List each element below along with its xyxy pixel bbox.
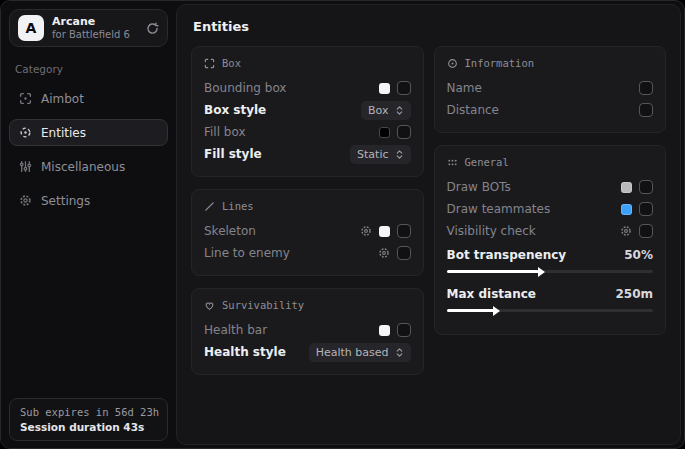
app-subtitle: for Battlefield 6 — [52, 29, 130, 42]
crosshair-icon — [19, 92, 32, 105]
checkbox[interactable] — [639, 202, 653, 216]
panel-lines-header: Lines — [204, 200, 411, 212]
box-style-dropdown[interactable]: Box — [361, 101, 410, 120]
panel-general: General Draw BOTs Draw teammates — [434, 145, 667, 335]
panel-general-header: General — [447, 156, 654, 168]
chevron-updown-icon — [395, 347, 404, 358]
setting-label: Fill style — [204, 147, 350, 161]
app-text: Arcane for Battlefield 6 — [52, 15, 130, 41]
app-logo: A — [18, 15, 44, 41]
checkbox[interactable] — [639, 81, 653, 95]
right-column: Information Name Distance — [434, 46, 667, 347]
slider-value: 50% — [624, 248, 653, 262]
entities-icon — [19, 126, 32, 139]
slider-value: 250m — [615, 287, 653, 301]
panel-survivability-header: Survivability — [204, 299, 411, 311]
fill-style-dropdown[interactable]: Static — [350, 145, 410, 164]
setting-label: Fill box — [204, 125, 379, 139]
color-swatch[interactable] — [379, 325, 390, 336]
health-style-dropdown[interactable]: Health based — [309, 343, 411, 362]
sliders-icon — [19, 160, 32, 173]
chevron-updown-icon — [395, 149, 404, 160]
checkbox[interactable] — [639, 180, 653, 194]
slider-bot-transparency: Bot transpenency 50% — [447, 245, 654, 273]
setting-label: Draw teammates — [447, 202, 622, 216]
session-duration-text: Session duration 43s — [20, 421, 157, 433]
setting-label: Bounding box — [204, 81, 379, 95]
category-label: Category — [15, 63, 162, 75]
sidebar-item-label: Entities — [41, 126, 86, 140]
refresh-icon[interactable] — [146, 22, 159, 35]
sidebar-item-label: Miscellaneous — [41, 160, 125, 174]
sidebar-item-label: Settings — [41, 194, 90, 208]
app-window: A Arcane for Battlefield 6 Category Aimb — [0, 0, 685, 449]
info-icon — [447, 58, 458, 69]
checkbox[interactable] — [397, 246, 411, 260]
panel-header-label: Box — [222, 57, 241, 69]
color-swatch[interactable] — [379, 226, 390, 237]
checkbox[interactable] — [397, 125, 411, 139]
setting-row-box-style: Box style Box — [204, 99, 411, 121]
subscription-card: Sub expires in 56d 23h Session duration … — [9, 398, 168, 441]
panel-box-header: Box — [204, 57, 411, 69]
page-title: Entities — [193, 19, 664, 34]
color-swatch[interactable] — [621, 204, 632, 215]
setting-row-visibility-check: Visibility check — [447, 220, 654, 242]
slider[interactable] — [447, 309, 654, 312]
main-content: Entities Box B — [176, 4, 681, 445]
setting-row-line-to-enemy: Line to enemy — [204, 242, 411, 264]
dropdown-value: Static — [357, 148, 388, 161]
setting-row-name: Name — [447, 77, 654, 99]
setting-label: Draw BOTs — [447, 180, 622, 194]
gear-icon[interactable] — [360, 225, 372, 237]
slider-fill[interactable] — [447, 270, 540, 273]
setting-row-bounding-box: Bounding box — [204, 77, 411, 99]
checkbox[interactable] — [397, 81, 411, 95]
panel-information: Information Name Distance — [434, 46, 667, 133]
panel-header-label: General — [465, 156, 509, 168]
sidebar-item-label: Aimbot — [41, 92, 84, 106]
setting-label: Health bar — [204, 323, 379, 337]
slider-fill[interactable] — [447, 309, 494, 312]
line-icon — [204, 201, 215, 212]
setting-row-skeleton: Skeleton — [204, 220, 411, 242]
slider[interactable] — [447, 270, 654, 273]
heart-icon — [204, 300, 215, 311]
setting-label: Line to enemy — [204, 246, 378, 260]
setting-row-distance: Distance — [447, 99, 654, 121]
setting-row-fill-box: Fill box — [204, 121, 411, 143]
panel-box: Box Bounding box Box style Box — [191, 46, 424, 177]
panel-header-label: Survivability — [222, 299, 304, 311]
setting-label: Name — [447, 81, 640, 95]
panel-information-header: Information — [447, 57, 654, 69]
app-card: A Arcane for Battlefield 6 — [9, 9, 168, 47]
grid-dots-icon — [447, 157, 458, 168]
sidebar: A Arcane for Battlefield 6 Category Aimb — [1, 1, 176, 448]
setting-label: Visibility check — [447, 224, 621, 238]
dropdown-value: Box — [368, 104, 388, 117]
slider-label: Max distance — [447, 287, 616, 301]
setting-label: Skeleton — [204, 224, 360, 238]
gear-icon — [19, 194, 32, 207]
color-swatch[interactable] — [379, 83, 390, 94]
sidebar-item-aimbot[interactable]: Aimbot — [9, 85, 168, 112]
panel-survivability: Survivability Health bar Health style — [191, 288, 424, 375]
color-swatch[interactable] — [621, 182, 632, 193]
checkbox[interactable] — [397, 323, 411, 337]
setting-row-draw-bots: Draw BOTs — [447, 176, 654, 198]
sub-expiry-text: Sub expires in 56d 23h — [20, 406, 157, 418]
setting-row-health-bar: Health bar — [204, 319, 411, 341]
sidebar-item-entities[interactable]: Entities — [9, 119, 168, 146]
chevron-updown-icon — [395, 105, 404, 116]
color-swatch[interactable] — [379, 127, 390, 138]
checkbox[interactable] — [639, 224, 653, 238]
sidebar-item-settings[interactable]: Settings — [9, 187, 168, 214]
dropdown-value: Health based — [316, 346, 389, 359]
panel-lines: Lines Skeleton — [191, 189, 424, 276]
gear-icon[interactable] — [378, 247, 390, 259]
sidebar-item-miscellaneous[interactable]: Miscellaneous — [9, 153, 168, 180]
gear-icon[interactable] — [620, 225, 632, 237]
checkbox[interactable] — [397, 224, 411, 238]
setting-row-health-style: Health style Health based — [204, 341, 411, 363]
checkbox[interactable] — [639, 103, 653, 117]
